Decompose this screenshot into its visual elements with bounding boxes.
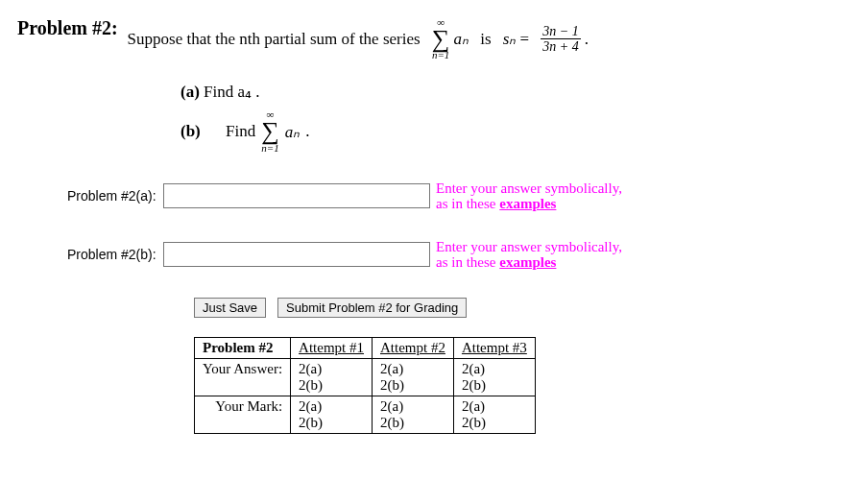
just-save-button[interactable]: Just Save	[194, 298, 266, 318]
answer-b-input[interactable]	[163, 242, 430, 267]
cell: 2(a)2(b)	[453, 358, 535, 396]
sigma-icon: ∞ ∑ n=1	[261, 109, 279, 153]
col-attempt-2: Attempt #2	[373, 337, 454, 358]
examples-link[interactable]: examples	[499, 254, 556, 270]
cell: 2(a)2(b)	[373, 358, 454, 396]
table-header: Problem #2	[195, 337, 291, 358]
row-label: Your Answer:	[195, 358, 291, 396]
cell: 2(a)2(b)	[373, 396, 454, 433]
row-label: Your Mark:	[195, 396, 291, 433]
problem-statement: Suppose that the nth partial sum of the …	[128, 17, 849, 60]
answer-b-hint: Enter your answer symbolically, as in th…	[436, 239, 622, 271]
answer-a-hint: Enter your answer symbolically, as in th…	[436, 180, 622, 212]
attempts-table: Problem #2 Attempt #1 Attempt #2 Attempt…	[194, 337, 536, 434]
col-attempt-1: Attempt #1	[291, 337, 373, 358]
period: .	[585, 31, 589, 47]
table-row: Your Answer: 2(a)2(b) 2(a)2(b) 2(a)2(b)	[195, 358, 536, 396]
col-attempt-3: Attempt #3	[453, 337, 535, 358]
series-term: aₙ	[453, 31, 469, 47]
answer-a-label: Problem #2(a):	[67, 188, 163, 204]
fraction: 3n − 1 3n + 4	[541, 24, 580, 55]
part-b: (b) Find ∞ ∑ n=1 aₙ .	[180, 108, 849, 153]
examples-link[interactable]: examples	[499, 196, 556, 211]
answer-b-label: Problem #2(b):	[67, 247, 163, 262]
problem-title: Problem #2:	[17, 17, 118, 39]
sigma-icon: ∞ ∑ n=1	[432, 17, 450, 60]
sn-var: sₙ	[503, 31, 517, 47]
part-a: (a) Find a₄ .	[180, 82, 849, 102]
submit-button[interactable]: Submit Problem #2 for Grading	[277, 298, 467, 318]
answer-a-input[interactable]	[163, 183, 430, 208]
statement-text: Suppose that the nth partial sum of the …	[128, 31, 421, 47]
cell: 2(a)2(b)	[291, 396, 373, 433]
table-row: Your Mark: 2(a)2(b) 2(a)2(b) 2(a)2(b)	[195, 396, 536, 433]
cell: 2(a)2(b)	[453, 396, 535, 433]
cell: 2(a)2(b)	[291, 358, 373, 396]
equals-sign: =	[519, 31, 529, 47]
sn-connector: is	[480, 31, 491, 47]
